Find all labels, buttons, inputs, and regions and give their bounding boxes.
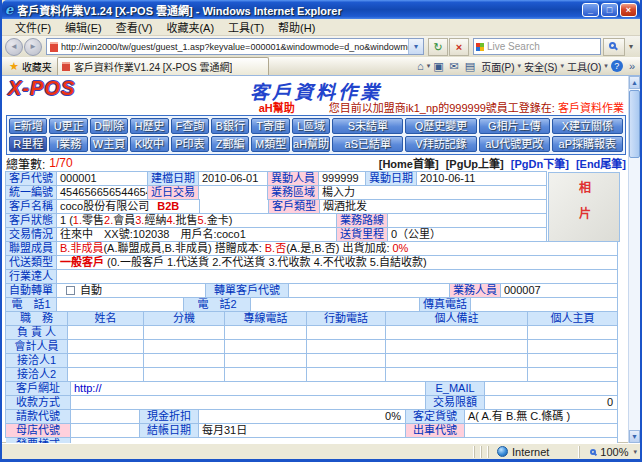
stop-button[interactable]: × xyxy=(449,38,469,56)
contact-cell[interactable] xyxy=(527,353,618,368)
home-icon[interactable]: ⌂ xyxy=(417,60,424,72)
btn-history-changes[interactable]: Q歷史變更 xyxy=(405,118,476,134)
menu-item-help[interactable]: 帮助(H) xyxy=(271,18,322,36)
contact-cell[interactable] xyxy=(67,325,144,340)
tax-id-field[interactable]: 4546566565446545 xyxy=(56,185,148,200)
contact-cell[interactable] xyxy=(385,339,528,354)
truck-code-field[interactable] xyxy=(464,423,618,438)
mail-icon[interactable]: ✉ xyxy=(450,60,459,73)
nav-pgup-prev[interactable]: [PgUp上筆] xyxy=(446,158,504,170)
contact-cell[interactable] xyxy=(527,339,618,354)
btn-mileage[interactable]: R里程 xyxy=(9,136,47,152)
btn-type[interactable]: M類型 xyxy=(251,136,289,152)
contact-cell[interactable] xyxy=(385,367,528,382)
btn-visit-records[interactable]: V拜訪記錄 xyxy=(405,136,476,152)
help-icon[interactable]: ? xyxy=(611,60,623,72)
website-field[interactable]: http:// xyxy=(70,381,426,396)
maximize-button[interactable]: □ xyxy=(601,3,618,17)
btn-open-orders[interactable]: S未結單 xyxy=(332,118,403,134)
address-field[interactable]: http://win2000/tw/guest/guest_1.asp?keyv… xyxy=(46,38,424,55)
url-text[interactable]: http://win2000/tw/guest/guest_1.asp?keyv… xyxy=(61,40,408,53)
zoom-control[interactable]: 100% ▾ xyxy=(590,446,637,458)
trade-status-field[interactable]: 往來中 XX號:102038 用戶名:coco1 xyxy=(56,227,337,242)
favorites-button[interactable]: ★ 收藏夹 xyxy=(4,58,57,75)
btn-create-relation[interactable]: X建立關係 xyxy=(552,118,623,134)
customer-name-field[interactable]: coco股份有限公司B2B xyxy=(56,199,200,214)
feeds-icon[interactable]: ▣ xyxy=(433,60,443,73)
invoice-style-field[interactable] xyxy=(70,438,618,443)
scroll-thumb[interactable] xyxy=(629,90,640,158)
contact-cell[interactable] xyxy=(527,367,618,382)
menu-item-tools[interactable]: 工具(T) xyxy=(221,18,271,36)
btn-homepage[interactable]: W主頁 xyxy=(90,136,128,152)
tab-active[interactable]: 客戶資料作業V1.24 [X-POS 雲通網] xyxy=(57,57,269,75)
industry-expert-field[interactable] xyxy=(56,269,618,284)
customer-code-field[interactable]: 000001 xyxy=(56,171,148,186)
print-icon[interactable]: ▤ xyxy=(465,60,475,73)
mileage-field[interactable]: 0（公里） xyxy=(387,227,547,242)
refresh-button[interactable]: ↻ xyxy=(428,38,448,56)
safety-menu-button[interactable]: 安全(S) xyxy=(524,59,557,74)
modify-date-field[interactable]: 2010-06-11 xyxy=(416,171,547,186)
transfer-code-field[interactable] xyxy=(288,283,450,298)
btn-area[interactable]: L區域 xyxy=(292,118,330,134)
vertical-scrollbar[interactable]: ▲ ▼ xyxy=(628,76,640,443)
phone1-field[interactable] xyxy=(56,297,184,312)
search-input[interactable]: Live Search xyxy=(473,38,601,55)
btn-code-change[interactable]: aU代號更改 xyxy=(479,136,550,152)
create-date-field[interactable]: 2010-06-01 xyxy=(198,171,268,186)
contact-cell[interactable] xyxy=(306,353,386,368)
contact-cell[interactable] xyxy=(224,353,307,368)
btn-delete[interactable]: D刪除 xyxy=(90,118,128,134)
contact-cell[interactable] xyxy=(143,367,225,382)
contact-cell[interactable] xyxy=(67,353,144,368)
btn-photo-upload[interactable]: G相片上傳 xyxy=(479,118,550,134)
btn-help[interactable]: aH幫助 xyxy=(292,136,330,152)
back-button[interactable]: ◄ xyxy=(5,38,23,56)
btn-update[interactable]: U更正 xyxy=(49,118,87,134)
sales-person-field[interactable]: 000007 xyxy=(500,283,618,298)
contact-cell[interactable] xyxy=(306,339,386,354)
contact-cell[interactable] xyxy=(67,339,144,354)
contact-cell[interactable] xyxy=(527,325,618,340)
sales-area-field[interactable]: 楊入力 xyxy=(318,185,547,200)
contact-cell[interactable] xyxy=(385,325,528,340)
phone2-field[interactable] xyxy=(250,297,420,312)
payment-method-field[interactable] xyxy=(70,395,426,410)
search-options-dropdown[interactable]: ▾ xyxy=(625,38,637,56)
address-dropdown[interactable]: ▾ xyxy=(408,39,423,54)
btn-closed-orders[interactable]: aS已結單 xyxy=(332,136,403,152)
search-button[interactable] xyxy=(603,38,625,56)
btn-add[interactable]: E新增 xyxy=(9,118,47,134)
trade-limit-field[interactable]: 0 xyxy=(484,395,618,410)
contact-cell[interactable] xyxy=(224,339,307,354)
custom-item-field[interactable]: A( A.有 B.無 C.條碼 ) xyxy=(464,409,618,424)
recent-trade-button[interactable]: 近日交易 xyxy=(147,185,199,200)
scroll-up-arrow[interactable]: ▲ xyxy=(629,76,640,89)
fax-field[interactable] xyxy=(470,297,618,312)
btn-bank[interactable]: B銀行 xyxy=(211,118,249,134)
nav-pgdn-next[interactable]: [PgDn下筆] xyxy=(511,158,569,170)
page-menu-button[interactable]: 页面(P) xyxy=(481,59,514,74)
customer-type-field[interactable]: 烟酒批发 xyxy=(319,199,547,214)
contact-cell[interactable] xyxy=(224,325,307,340)
zoom-dropdown[interactable]: ▾ xyxy=(633,448,637,456)
btn-zipcode[interactable]: Z郵編 xyxy=(211,136,249,152)
btn-purchase-report[interactable]: aP採購報表 xyxy=(552,136,623,152)
sales-route-field[interactable] xyxy=(387,213,547,228)
btn-print[interactable]: P印表 xyxy=(171,136,209,152)
btn-query[interactable]: F查詢 xyxy=(171,118,209,134)
minimize-button[interactable]: _ xyxy=(582,3,599,17)
auto-transfer-checkbox[interactable] xyxy=(66,286,75,295)
customer-status-field[interactable]: 1 (1.零售2.會員3.經納4.批售5.金卡) xyxy=(56,213,337,228)
scroll-down-arrow[interactable]: ▼ xyxy=(629,430,640,443)
email-field[interactable] xyxy=(484,381,618,396)
menu-item-favorites[interactable]: 收藏夹(A) xyxy=(159,18,221,36)
contact-cell[interactable] xyxy=(306,367,386,382)
menu-item-view[interactable]: 查看(V) xyxy=(109,18,160,36)
tools-menu-button[interactable]: 工具(O) xyxy=(567,59,601,74)
btn-collect[interactable]: K收中 xyxy=(130,136,168,152)
menu-item-edit[interactable]: 编辑(E) xyxy=(58,18,109,36)
contact-cell[interactable] xyxy=(224,367,307,382)
nav-end-last[interactable]: [End尾筆] xyxy=(576,158,626,170)
